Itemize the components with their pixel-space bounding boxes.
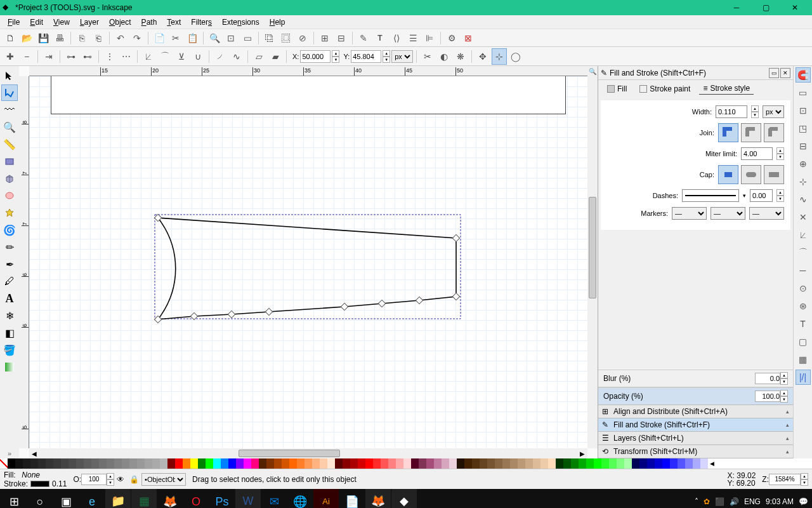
snap-center-icon[interactable]: ⊕ [796,156,811,171]
line-segment-icon[interactable]: ⟋ [213,48,228,65]
3dbox-tool-icon[interactable] [1,170,18,187]
opac-up[interactable]: ▲ [780,390,788,396]
break-node-icon[interactable]: ⇥ [41,48,56,65]
show-outline-icon[interactable]: ◯ [508,48,523,65]
inkscape-icon[interactable]: ◆ [391,489,417,508]
panel-layers[interactable]: ☰Layers (Shift+Ctrl+L)▴ [598,431,793,445]
panel-minimize-icon[interactable]: ▭ [769,68,779,78]
snap-edge-icon[interactable]: ⊡ [796,103,811,118]
snap-cusp-icon[interactable]: ⟀ [796,227,811,243]
cut-icon[interactable]: ✂ [168,30,183,46]
gradient-tool-icon[interactable] [1,359,18,375]
export-icon[interactable]: ⎗ [91,30,106,46]
palette-menu-icon[interactable]: ◀ [708,458,716,469]
join-segment-icon[interactable]: ⊷ [80,48,95,65]
mail-icon[interactable]: ✉ [261,489,287,508]
menu-view[interactable]: View [48,17,75,28]
break-path-icon[interactable]: ⋯ [119,48,134,65]
chrome-icon[interactable]: 🌐 [287,489,313,508]
zoom-drawing-icon[interactable]: ⊡ [223,30,239,46]
save-file-icon[interactable]: 💾 [36,30,51,46]
excel-icon[interactable]: ▦ [131,489,157,508]
menu-edit[interactable]: Edit [25,17,48,28]
text-tool-icon[interactable]: A [1,290,18,307]
pencil-tool-icon[interactable]: ✏ [1,239,18,255]
word-icon[interactable]: W [235,489,261,508]
node-smooth-icon[interactable]: ⌒ [157,48,173,65]
calligraphy-tool-icon[interactable]: 🖊 [1,273,18,290]
snap-enable-icon[interactable]: 🧲 [796,67,811,83]
curve-segment-icon[interactable]: ∿ [229,48,244,65]
z-up[interactable]: ▲ [801,473,808,479]
expand-indicator[interactable]: » [8,450,11,457]
tab-fill[interactable]: Fill [603,83,631,95]
dash-up[interactable]: ▲ [776,189,784,196]
snap-node-icon[interactable]: ⊹ [796,174,811,189]
snap-edge-mid-icon[interactable]: ⊟ [796,138,811,154]
color-palette[interactable]: ◀ [0,458,812,469]
start-button[interactable]: ⊞ [1,489,27,508]
doc-prefs-icon[interactable]: ⊠ [461,30,476,46]
node-tool-icon[interactable] [1,84,18,101]
snap-page-icon[interactable]: ▢ [796,334,811,349]
stroke-width-input[interactable] [716,105,747,118]
show-handles-icon[interactable]: ⊹ [492,48,507,65]
fill-stroke-icon[interactable]: ✎ [356,30,371,46]
snap-grid-icon[interactable]: ▦ [796,352,811,367]
join-miter-icon[interactable] [718,123,738,142]
join-bevel-icon[interactable] [764,123,784,142]
opac-down[interactable]: ▼ [780,396,788,403]
undo-icon[interactable]: ↶ [113,30,128,46]
width-up[interactable]: ▲ [751,105,759,112]
opera-icon[interactable]: O [183,489,209,508]
menu-file[interactable]: File [3,17,25,28]
prefs-icon[interactable]: ⚙ [444,30,459,46]
miter-down[interactable]: ▼ [776,154,784,160]
dash-offset-input[interactable] [750,189,773,202]
scrollbar-h[interactable]: ◀ ▶ [29,448,587,458]
measure-tool-icon[interactable]: 📏 [1,136,18,152]
print-icon[interactable]: 🖶 [52,30,67,46]
snap-path-icon[interactable]: ∿ [796,192,811,207]
tray-lang[interactable]: ENG [744,497,761,506]
tab-stroke-paint[interactable]: Stroke paint [636,83,694,95]
minimize-button[interactable]: ─ [722,0,751,15]
delete-node-icon[interactable]: − [19,48,34,65]
selected-path[interactable] [153,213,470,329]
blur-input[interactable] [755,373,780,384]
menu-extensions[interactable]: Extensions [217,17,265,28]
insert-node-icon[interactable]: ✚ [3,48,18,65]
marker-start-select[interactable]: — [672,207,707,220]
miter-limit-input[interactable] [741,147,773,160]
panel-align[interactable]: ⊞Align and Distribute (Shift+Ctrl+A)▴ [598,404,793,418]
object-to-path-icon[interactable]: ▱ [251,48,266,65]
layer-select[interactable]: •ObjectObject [141,473,186,486]
group-icon[interactable]: ⊞ [317,30,332,46]
dash-pattern-select[interactable] [682,189,739,202]
panel-transform[interactable]: ⟲Transform (Shift+Ctrl+M)▴ [598,444,793,458]
eraser-tool-icon[interactable]: ◧ [1,324,18,341]
snap-line-mid-icon[interactable]: ─ [796,263,811,278]
duplicate-icon[interactable]: ⿻ [262,30,277,46]
open-file-icon[interactable]: 📂 [19,30,34,46]
rect-tool-icon[interactable] [1,153,18,170]
cortana-icon[interactable]: ○ [27,489,53,508]
visibility-icon[interactable]: 👁 [117,475,124,484]
scroll-left-icon[interactable]: ◀ [29,448,39,458]
snap-intersection-icon[interactable]: ✕ [796,210,811,225]
tray-time[interactable]: 9:03 AM [766,497,794,506]
circle-tool-icon[interactable] [1,187,18,204]
snap-bbox-icon[interactable]: ▭ [796,85,811,100]
status-fill-value[interactable]: None [18,471,44,479]
notepad-icon[interactable]: 📄 [339,489,365,508]
show-transform-handles-icon[interactable]: ✥ [475,48,490,65]
marker-mid-select[interactable]: — [710,207,745,220]
spray-tool-icon[interactable]: ❄ [1,307,18,324]
z-down[interactable]: ▼ [801,479,808,486]
no-color-swatch[interactable] [0,458,8,469]
blur-up[interactable]: ▲ [780,372,788,378]
blur-down[interactable]: ▼ [780,378,788,385]
scrollbar-v[interactable] [587,76,598,448]
bezier-tool-icon[interactable]: ✒ [1,256,18,272]
node-cusp-icon[interactable]: ⟀ [141,48,156,65]
